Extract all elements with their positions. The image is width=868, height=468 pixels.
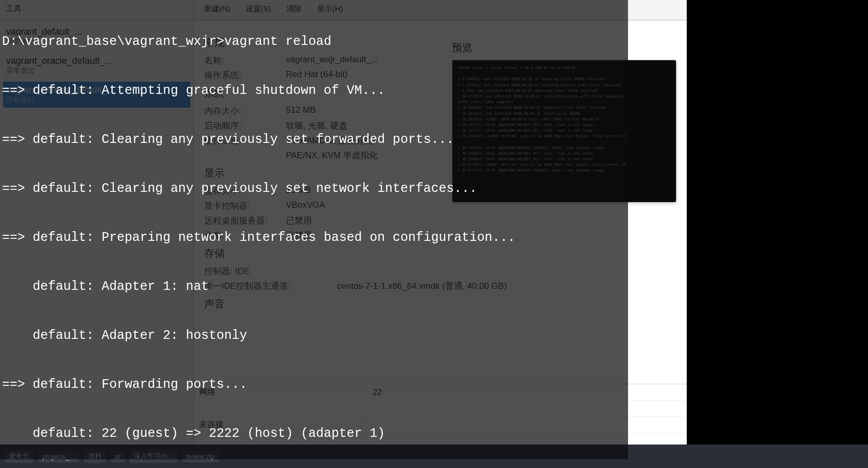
right-black-area — [687, 0, 868, 468]
terminal-line: default: Adapter 1: nat — [2, 279, 626, 295]
terminal-line: ==> default: Attempting graceful shutdow… — [2, 83, 626, 99]
terminal-line: D:\vagrant_base\vagrant_wxjr>vagrant rel… — [2, 34, 626, 50]
terminal-line: ==> default: Forwarding ports... — [2, 377, 626, 393]
terminal-line: ==> default: Clearing any previously set… — [2, 181, 626, 197]
terminal-line: ==> default: Preparing network interface… — [2, 230, 626, 246]
terminal-line: ==> default: Clearing any previously set… — [2, 132, 626, 148]
terminal-window[interactable]: D:\vagrant_base\vagrant_wxjr>vagrant rel… — [0, 0, 628, 459]
terminal-line: default: 22 (guest) => 2222 (host) (adap… — [2, 426, 626, 442]
terminal-output[interactable]: D:\vagrant_base\vagrant_wxjr>vagrant rel… — [0, 0, 628, 468]
terminal-line: default: Adapter 2: hostonly — [2, 328, 626, 344]
